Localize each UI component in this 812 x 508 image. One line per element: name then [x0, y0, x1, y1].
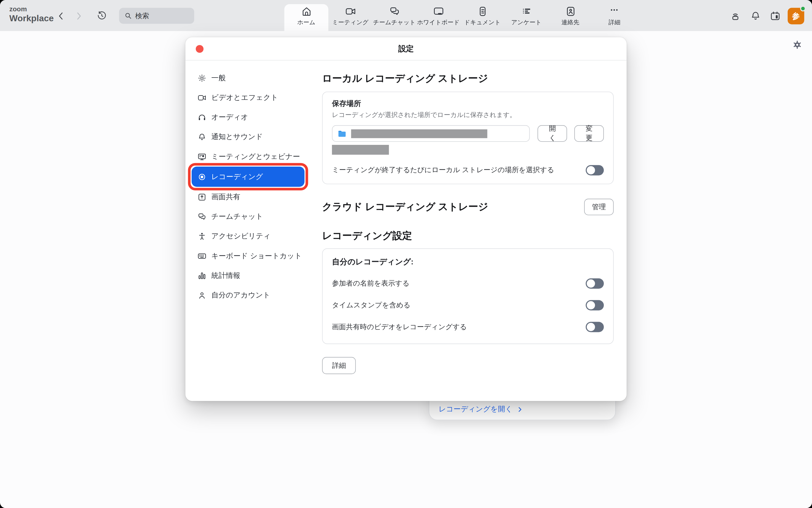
tab-label: 連絡先: [562, 19, 579, 27]
settings-dialog: 設定 一般 ビデオとエフェクト: [185, 37, 627, 401]
sidebar-item-audio[interactable]: オーディオ: [185, 109, 311, 125]
recording-settings-card: 自分のレコーディング: 参加者の名前を表示する タイムスタンプを含める 画面共有…: [322, 248, 614, 344]
dialog-title: 設定: [398, 44, 414, 53]
forward-button[interactable]: [73, 11, 84, 21]
avatar-initial: 参: [792, 11, 800, 21]
keyboard-icon: [197, 251, 206, 260]
bell-icon: [197, 132, 206, 141]
my-recordings-label: 自分のレコーディング:: [332, 257, 604, 267]
video-icon: [345, 6, 356, 17]
tab-more[interactable]: 詳細: [592, 0, 636, 31]
close-button[interactable]: [196, 45, 203, 53]
search-input[interactable]: 検索: [119, 8, 194, 24]
connect-device-button[interactable]: [730, 10, 741, 22]
tab-contacts[interactable]: 連絡先: [548, 0, 592, 31]
location-label: 保存場所: [332, 99, 604, 109]
headphones-icon: [197, 113, 206, 122]
record-video-during-share-label: 画面共有時のビデオをレコーディングする: [332, 322, 467, 332]
redacted-storage-info: [332, 145, 389, 155]
topbar: zoom Workplace 検索 ホーム: [0, 0, 812, 31]
folder-icon: [338, 129, 347, 138]
tab-meetings[interactable]: ミーティング: [328, 0, 372, 31]
tab-label: アンケート: [511, 19, 542, 27]
sidebar-item-label: 画面共有: [211, 192, 240, 202]
sidebar-item-recording[interactable]: レコーディング: [192, 167, 305, 187]
page-settings-button[interactable]: [792, 39, 803, 50]
sidebar-item-keyboard-shortcuts[interactable]: キーボード ショートカット: [185, 248, 311, 264]
tab-label: ホーム: [297, 19, 315, 27]
sidebar-item-screen-share[interactable]: 画面共有: [185, 189, 311, 205]
history-icon: [96, 10, 107, 21]
sidebar-item-video-effects[interactable]: ビデオとエフェクト: [185, 89, 311, 105]
open-recordings-label: レコーディングを開く: [438, 405, 512, 414]
tab-whiteboard[interactable]: ホワイトボード: [417, 0, 460, 31]
open-button[interactable]: 開く: [538, 125, 567, 142]
sidebar-item-label: 自分のアカウント: [211, 291, 270, 300]
account-icon: [197, 291, 206, 300]
sidebar-item-team-chat[interactable]: チームチャット: [185, 209, 311, 225]
include-timestamp-toggle[interactable]: [586, 300, 604, 311]
show-participant-names-toggle[interactable]: [586, 279, 604, 289]
logo-line1: zoom: [9, 6, 54, 12]
more-icon: [609, 6, 620, 17]
open-recordings-link[interactable]: レコーディングを開く: [438, 405, 522, 414]
tab-label: 詳細: [609, 19, 620, 27]
sidebar-item-meetings-webinars[interactable]: ミーティングとウェビナー: [185, 149, 311, 164]
sidebar-item-my-account[interactable]: 自分のアカウント: [185, 287, 311, 303]
record-video-during-share-toggle[interactable]: [586, 322, 604, 332]
gear-icon: [792, 39, 803, 50]
accessibility-icon: [197, 231, 206, 241]
gear-icon: [197, 73, 206, 83]
bell-icon: [750, 10, 761, 22]
logo-line2: Workplace: [9, 14, 54, 23]
monitor-icon: [197, 152, 206, 161]
calendar-icon: [769, 10, 781, 22]
tab-home[interactable]: ホーム: [284, 4, 328, 31]
chat-icon: [389, 6, 400, 17]
settings-panel: ローカル レコーディング ストレージ 保存場所 レコーディングが選択された場所で…: [311, 60, 627, 401]
avatar[interactable]: 参: [788, 8, 804, 24]
tab-surveys[interactable]: アンケート: [504, 0, 548, 31]
include-timestamp-label: タイムスタンプを含める: [332, 300, 411, 310]
sidebar-item-label: チームチャット: [211, 212, 263, 221]
presence-dot: [800, 6, 806, 11]
recording-path-input[interactable]: [332, 125, 530, 142]
tab-team-chat[interactable]: チームチャット: [372, 0, 416, 31]
sidebar-item-label: レコーディング: [211, 172, 263, 181]
sidebar-item-label: オーディオ: [211, 113, 248, 122]
tab-label: ミーティング: [332, 19, 369, 27]
sidebar-item-general[interactable]: 一般: [185, 70, 311, 86]
record-icon: [197, 172, 206, 181]
back-button[interactable]: [56, 11, 67, 21]
zoom-workplace-logo: zoom Workplace: [9, 6, 54, 23]
sidebar-item-label: 通知とサウンド: [211, 132, 263, 141]
per-meeting-toggle[interactable]: [586, 165, 604, 175]
device-icon: [730, 10, 741, 22]
sidebar-item-statistics[interactable]: 統計情報: [185, 267, 311, 283]
history-button[interactable]: [96, 10, 107, 21]
cloud-storage-heading: クラウド レコーディング ストレージ: [322, 200, 488, 214]
sidebar-item-label: ミーティングとウェビナー: [211, 152, 300, 161]
settings-sidebar: 一般 ビデオとエフェクト オーディオ: [185, 60, 311, 401]
tab-docs[interactable]: ドキュメント: [460, 0, 504, 31]
notifications-button[interactable]: [750, 10, 761, 22]
search-icon: [124, 12, 132, 19]
sidebar-item-accessibility[interactable]: アクセシビリティ: [185, 228, 311, 244]
change-button[interactable]: 変更: [575, 125, 604, 142]
advanced-button[interactable]: 詳細: [322, 357, 356, 374]
sidebar-item-notifications[interactable]: 通知とサウンド: [185, 129, 311, 145]
local-storage-card: 保存場所 レコーディングが選択された場所でローカルに保存されます。 開く 変更: [322, 92, 614, 184]
document-icon: [477, 6, 488, 17]
redacted-path: [351, 129, 487, 138]
tab-label: チームチャット: [373, 19, 416, 27]
stats-icon: [197, 271, 206, 280]
calendar-button[interactable]: [769, 10, 781, 22]
per-meeting-toggle-label: ミーティングが終了するたびにローカル ストレージの場所を選択する: [332, 166, 554, 175]
sidebar-item-label: 統計情報: [211, 271, 240, 280]
dialog-header: 設定: [185, 37, 627, 60]
chevron-right-icon: [73, 11, 84, 21]
manage-button[interactable]: 管理: [584, 199, 614, 215]
tab-label: ドキュメント: [464, 19, 500, 27]
recording-settings-heading: レコーディング設定: [322, 229, 614, 243]
video-icon: [197, 93, 206, 102]
